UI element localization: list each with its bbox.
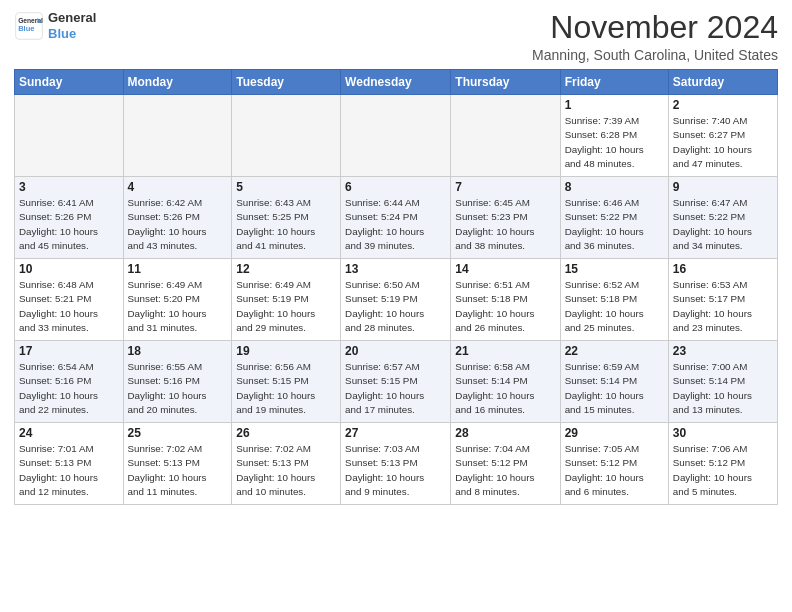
calendar-cell: 8Sunrise: 6:46 AM Sunset: 5:22 PM Daylig… bbox=[560, 177, 668, 259]
day-number: 11 bbox=[128, 262, 228, 276]
day-number: 12 bbox=[236, 262, 336, 276]
calendar-cell: 21Sunrise: 6:58 AM Sunset: 5:14 PM Dayli… bbox=[451, 341, 560, 423]
calendar-cell: 29Sunrise: 7:05 AM Sunset: 5:12 PM Dayli… bbox=[560, 423, 668, 505]
day-info: Sunrise: 7:02 AM Sunset: 5:13 PM Dayligh… bbox=[128, 442, 228, 499]
day-info: Sunrise: 6:52 AM Sunset: 5:18 PM Dayligh… bbox=[565, 278, 664, 335]
day-info: Sunrise: 6:58 AM Sunset: 5:14 PM Dayligh… bbox=[455, 360, 555, 417]
calendar-cell: 13Sunrise: 6:50 AM Sunset: 5:19 PM Dayli… bbox=[341, 259, 451, 341]
calendar-cell bbox=[123, 95, 232, 177]
day-info: Sunrise: 6:45 AM Sunset: 5:23 PM Dayligh… bbox=[455, 196, 555, 253]
day-info: Sunrise: 7:04 AM Sunset: 5:12 PM Dayligh… bbox=[455, 442, 555, 499]
day-number: 3 bbox=[19, 180, 119, 194]
day-info: Sunrise: 6:42 AM Sunset: 5:26 PM Dayligh… bbox=[128, 196, 228, 253]
day-number: 9 bbox=[673, 180, 773, 194]
day-number: 10 bbox=[19, 262, 119, 276]
location-subtitle: Manning, South Carolina, United States bbox=[532, 47, 778, 63]
day-info: Sunrise: 6:57 AM Sunset: 5:15 PM Dayligh… bbox=[345, 360, 446, 417]
day-info: Sunrise: 7:06 AM Sunset: 5:12 PM Dayligh… bbox=[673, 442, 773, 499]
weekday-header-thursday: Thursday bbox=[451, 70, 560, 95]
week-row-1: 3Sunrise: 6:41 AM Sunset: 5:26 PM Daylig… bbox=[15, 177, 778, 259]
calendar-cell: 17Sunrise: 6:54 AM Sunset: 5:16 PM Dayli… bbox=[15, 341, 124, 423]
calendar-cell: 7Sunrise: 6:45 AM Sunset: 5:23 PM Daylig… bbox=[451, 177, 560, 259]
day-info: Sunrise: 6:50 AM Sunset: 5:19 PM Dayligh… bbox=[345, 278, 446, 335]
calendar-cell: 10Sunrise: 6:48 AM Sunset: 5:21 PM Dayli… bbox=[15, 259, 124, 341]
day-number: 19 bbox=[236, 344, 336, 358]
day-number: 6 bbox=[345, 180, 446, 194]
calendar-cell bbox=[232, 95, 341, 177]
calendar-cell: 20Sunrise: 6:57 AM Sunset: 5:15 PM Dayli… bbox=[341, 341, 451, 423]
day-number: 2 bbox=[673, 98, 773, 112]
day-number: 5 bbox=[236, 180, 336, 194]
day-info: Sunrise: 6:41 AM Sunset: 5:26 PM Dayligh… bbox=[19, 196, 119, 253]
day-number: 30 bbox=[673, 426, 773, 440]
day-info: Sunrise: 6:54 AM Sunset: 5:16 PM Dayligh… bbox=[19, 360, 119, 417]
weekday-header-wednesday: Wednesday bbox=[341, 70, 451, 95]
calendar-cell: 28Sunrise: 7:04 AM Sunset: 5:12 PM Dayli… bbox=[451, 423, 560, 505]
calendar-table: SundayMondayTuesdayWednesdayThursdayFrid… bbox=[14, 69, 778, 505]
day-info: Sunrise: 6:46 AM Sunset: 5:22 PM Dayligh… bbox=[565, 196, 664, 253]
day-info: Sunrise: 6:48 AM Sunset: 5:21 PM Dayligh… bbox=[19, 278, 119, 335]
week-row-2: 10Sunrise: 6:48 AM Sunset: 5:21 PM Dayli… bbox=[15, 259, 778, 341]
calendar-cell: 9Sunrise: 6:47 AM Sunset: 5:22 PM Daylig… bbox=[668, 177, 777, 259]
calendar-cell: 4Sunrise: 6:42 AM Sunset: 5:26 PM Daylig… bbox=[123, 177, 232, 259]
day-info: Sunrise: 6:56 AM Sunset: 5:15 PM Dayligh… bbox=[236, 360, 336, 417]
day-number: 24 bbox=[19, 426, 119, 440]
day-info: Sunrise: 7:05 AM Sunset: 5:12 PM Dayligh… bbox=[565, 442, 664, 499]
calendar-cell: 6Sunrise: 6:44 AM Sunset: 5:24 PM Daylig… bbox=[341, 177, 451, 259]
day-info: Sunrise: 7:01 AM Sunset: 5:13 PM Dayligh… bbox=[19, 442, 119, 499]
weekday-header-friday: Friday bbox=[560, 70, 668, 95]
header: General Blue General Blue November 2024 … bbox=[14, 10, 778, 63]
day-info: Sunrise: 7:39 AM Sunset: 6:28 PM Dayligh… bbox=[565, 114, 664, 171]
day-number: 14 bbox=[455, 262, 555, 276]
calendar-cell: 18Sunrise: 6:55 AM Sunset: 5:16 PM Dayli… bbox=[123, 341, 232, 423]
calendar-cell: 16Sunrise: 6:53 AM Sunset: 5:17 PM Dayli… bbox=[668, 259, 777, 341]
day-number: 16 bbox=[673, 262, 773, 276]
day-number: 13 bbox=[345, 262, 446, 276]
calendar-cell: 11Sunrise: 6:49 AM Sunset: 5:20 PM Dayli… bbox=[123, 259, 232, 341]
week-row-4: 24Sunrise: 7:01 AM Sunset: 5:13 PM Dayli… bbox=[15, 423, 778, 505]
day-number: 21 bbox=[455, 344, 555, 358]
day-number: 18 bbox=[128, 344, 228, 358]
day-number: 26 bbox=[236, 426, 336, 440]
calendar-cell: 22Sunrise: 6:59 AM Sunset: 5:14 PM Dayli… bbox=[560, 341, 668, 423]
day-info: Sunrise: 6:51 AM Sunset: 5:18 PM Dayligh… bbox=[455, 278, 555, 335]
day-number: 28 bbox=[455, 426, 555, 440]
weekday-header-row: SundayMondayTuesdayWednesdayThursdayFrid… bbox=[15, 70, 778, 95]
calendar-cell bbox=[451, 95, 560, 177]
calendar-cell: 1Sunrise: 7:39 AM Sunset: 6:28 PM Daylig… bbox=[560, 95, 668, 177]
day-number: 23 bbox=[673, 344, 773, 358]
day-info: Sunrise: 6:49 AM Sunset: 5:19 PM Dayligh… bbox=[236, 278, 336, 335]
weekday-header-tuesday: Tuesday bbox=[232, 70, 341, 95]
day-number: 17 bbox=[19, 344, 119, 358]
calendar-cell: 3Sunrise: 6:41 AM Sunset: 5:26 PM Daylig… bbox=[15, 177, 124, 259]
calendar-cell: 2Sunrise: 7:40 AM Sunset: 6:27 PM Daylig… bbox=[668, 95, 777, 177]
day-info: Sunrise: 6:49 AM Sunset: 5:20 PM Dayligh… bbox=[128, 278, 228, 335]
day-info: Sunrise: 6:53 AM Sunset: 5:17 PM Dayligh… bbox=[673, 278, 773, 335]
day-number: 20 bbox=[345, 344, 446, 358]
calendar-cell: 27Sunrise: 7:03 AM Sunset: 5:13 PM Dayli… bbox=[341, 423, 451, 505]
logo-text: General Blue bbox=[48, 10, 96, 41]
day-info: Sunrise: 6:43 AM Sunset: 5:25 PM Dayligh… bbox=[236, 196, 336, 253]
day-info: Sunrise: 6:47 AM Sunset: 5:22 PM Dayligh… bbox=[673, 196, 773, 253]
day-info: Sunrise: 7:02 AM Sunset: 5:13 PM Dayligh… bbox=[236, 442, 336, 499]
month-title: November 2024 bbox=[532, 10, 778, 45]
calendar-cell: 30Sunrise: 7:06 AM Sunset: 5:12 PM Dayli… bbox=[668, 423, 777, 505]
week-row-3: 17Sunrise: 6:54 AM Sunset: 5:16 PM Dayli… bbox=[15, 341, 778, 423]
weekday-header-sunday: Sunday bbox=[15, 70, 124, 95]
day-info: Sunrise: 6:44 AM Sunset: 5:24 PM Dayligh… bbox=[345, 196, 446, 253]
day-info: Sunrise: 7:03 AM Sunset: 5:13 PM Dayligh… bbox=[345, 442, 446, 499]
day-number: 4 bbox=[128, 180, 228, 194]
calendar-cell: 26Sunrise: 7:02 AM Sunset: 5:13 PM Dayli… bbox=[232, 423, 341, 505]
logo: General Blue General Blue bbox=[14, 10, 96, 41]
day-info: Sunrise: 6:55 AM Sunset: 5:16 PM Dayligh… bbox=[128, 360, 228, 417]
calendar-cell: 12Sunrise: 6:49 AM Sunset: 5:19 PM Dayli… bbox=[232, 259, 341, 341]
calendar-cell bbox=[15, 95, 124, 177]
calendar-cell: 19Sunrise: 6:56 AM Sunset: 5:15 PM Dayli… bbox=[232, 341, 341, 423]
day-number: 1 bbox=[565, 98, 664, 112]
day-info: Sunrise: 7:00 AM Sunset: 5:14 PM Dayligh… bbox=[673, 360, 773, 417]
day-info: Sunrise: 7:40 AM Sunset: 6:27 PM Dayligh… bbox=[673, 114, 773, 171]
day-number: 7 bbox=[455, 180, 555, 194]
calendar-cell: 15Sunrise: 6:52 AM Sunset: 5:18 PM Dayli… bbox=[560, 259, 668, 341]
day-number: 8 bbox=[565, 180, 664, 194]
day-number: 15 bbox=[565, 262, 664, 276]
